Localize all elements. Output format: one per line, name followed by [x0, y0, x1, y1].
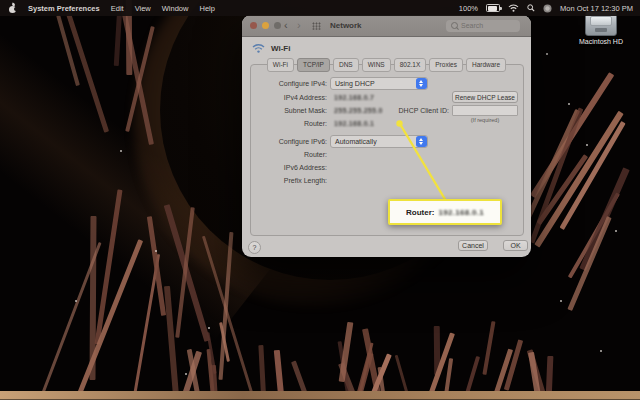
router-label: Router: — [250, 117, 327, 130]
desktop: Macintosh HD System Preferences Edit Vie… — [0, 0, 640, 400]
window-titlebar[interactable]: ‹ › Network Search — [242, 15, 531, 37]
horizon-band — [0, 391, 640, 400]
menu-edit[interactable]: Edit — [111, 4, 124, 13]
battery-percent: 100% — [459, 4, 478, 13]
wifi-status-icon[interactable] — [508, 4, 519, 12]
star-dot — [586, 144, 588, 146]
star-dot — [546, 53, 548, 55]
spotlight-search-icon[interactable] — [527, 4, 535, 12]
dhcp-client-id-label: DHCP Client ID: — [372, 104, 449, 117]
back-button[interactable]: ‹ — [284, 19, 288, 31]
star-dot — [568, 103, 570, 105]
search-input[interactable]: Search — [446, 20, 520, 32]
dhcp-client-id-hint: (If required) — [452, 117, 518, 123]
siri-icon[interactable] — [543, 4, 552, 13]
help-button[interactable]: ? — [248, 241, 261, 254]
menu-bar: System Preferences Edit View Window Help… — [0, 0, 640, 16]
ipv6-address-label: IPv6 Address: — [250, 161, 327, 174]
star-dot — [120, 150, 122, 152]
ipv4-address-label: IPv4 Address: — [250, 91, 327, 104]
star-dot — [615, 230, 617, 232]
battery-icon[interactable] — [486, 4, 500, 12]
background-stick — [530, 108, 584, 244]
menu-view[interactable]: View — [135, 4, 151, 13]
tab-hardware[interactable]: Hardware — [466, 58, 506, 72]
menu-app-name[interactable]: System Preferences — [28, 4, 100, 13]
tab-wins[interactable]: WINS — [362, 58, 391, 72]
configure-ipv4-label: Configure IPv4: — [250, 77, 327, 90]
star-dot — [155, 250, 157, 252]
service-name: Wi-Fi — [271, 44, 290, 53]
ipv4-address-value: 192.168.0.7 — [334, 91, 374, 104]
menu-help[interactable]: Help — [199, 4, 214, 13]
background-stick — [567, 216, 611, 311]
cancel-button[interactable]: Cancel — [458, 240, 488, 252]
star-dot — [75, 300, 77, 302]
forward-button[interactable]: › — [297, 19, 301, 31]
tab-proxies[interactable]: Proxies — [429, 58, 463, 72]
background-stick — [482, 321, 495, 374]
wifi-service-icon — [252, 43, 265, 54]
dhcp-client-id-field[interactable] — [452, 105, 518, 116]
search-icon — [451, 22, 458, 29]
show-all-grid-icon[interactable] — [312, 22, 321, 30]
ipv6-router-label: Router: — [250, 148, 327, 161]
tab-wifi[interactable]: Wi-Fi — [267, 58, 294, 72]
background-stick — [164, 286, 180, 400]
zoom-button[interactable] — [274, 22, 281, 29]
configure-ipv4-dropdown[interactable]: Using DHCP — [330, 77, 428, 90]
subnet-mask-label: Subnet Mask: — [250, 104, 327, 117]
menu-clock[interactable]: Mon Oct 17 12:30 PM — [560, 4, 633, 13]
search-placeholder: Search — [461, 22, 483, 29]
tab-8021x[interactable]: 802.1X — [394, 58, 427, 72]
star-dot — [600, 350, 602, 352]
dropdown-stepper-icon — [416, 136, 427, 147]
star-dot — [208, 327, 210, 329]
background-stick — [57, 15, 80, 86]
tab-bar: Wi-Fi TCP/IP DNS WINS 802.1X Proxies Har… — [242, 58, 531, 72]
service-row: Wi-Fi — [252, 43, 290, 54]
callout-label: Router: — [406, 208, 434, 217]
window-title: Network — [330, 21, 362, 30]
apple-menu-icon[interactable] — [9, 4, 17, 13]
macintosh-hd-label: Macintosh HD — [565, 38, 637, 45]
minimize-button[interactable] — [262, 22, 269, 29]
configure-ipv6-label: Configure IPv6: — [250, 135, 327, 148]
star-dot — [185, 373, 187, 375]
configure-ipv6-dropdown[interactable]: Automatically — [330, 135, 428, 148]
dropdown-stepper-icon — [416, 78, 427, 89]
menu-window[interactable]: Window — [162, 4, 189, 13]
ok-button[interactable]: OK — [503, 240, 528, 252]
renew-dhcp-lease-button[interactable]: Renew DHCP Lease — [452, 91, 518, 103]
close-button[interactable] — [250, 22, 257, 29]
router-value: 192.168.0.1 — [334, 117, 374, 130]
router-callout: Router: 192.168.0.1 — [388, 199, 502, 225]
callout-value: 192.168.0.1 — [438, 208, 484, 217]
prefix-length-label: Prefix Length: — [250, 174, 327, 187]
background-stick — [175, 207, 194, 338]
tab-dns[interactable]: DNS — [333, 58, 359, 72]
star-dot — [560, 300, 562, 302]
tab-tcpip[interactable]: TCP/IP — [297, 58, 330, 72]
